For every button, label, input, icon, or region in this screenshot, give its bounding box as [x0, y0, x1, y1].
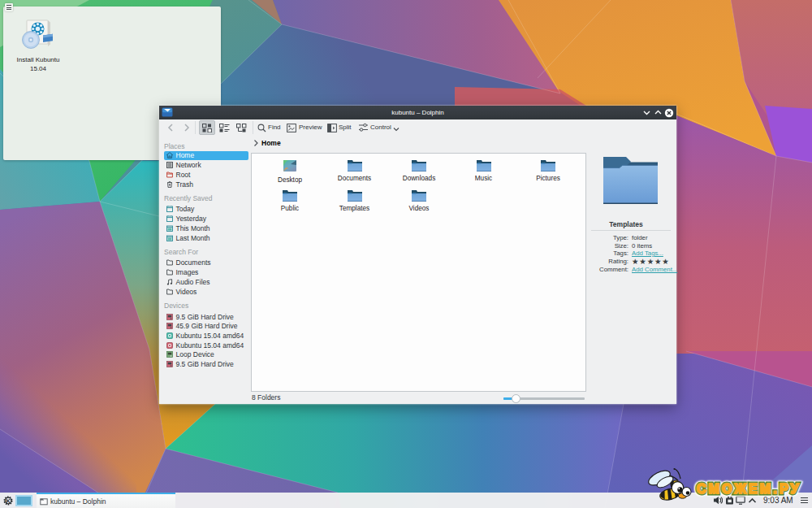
svg-text:K: K [6, 497, 11, 504]
svg-text:СМОЖЕМ.РУ: СМОЖЕМ.РУ [697, 482, 800, 496]
